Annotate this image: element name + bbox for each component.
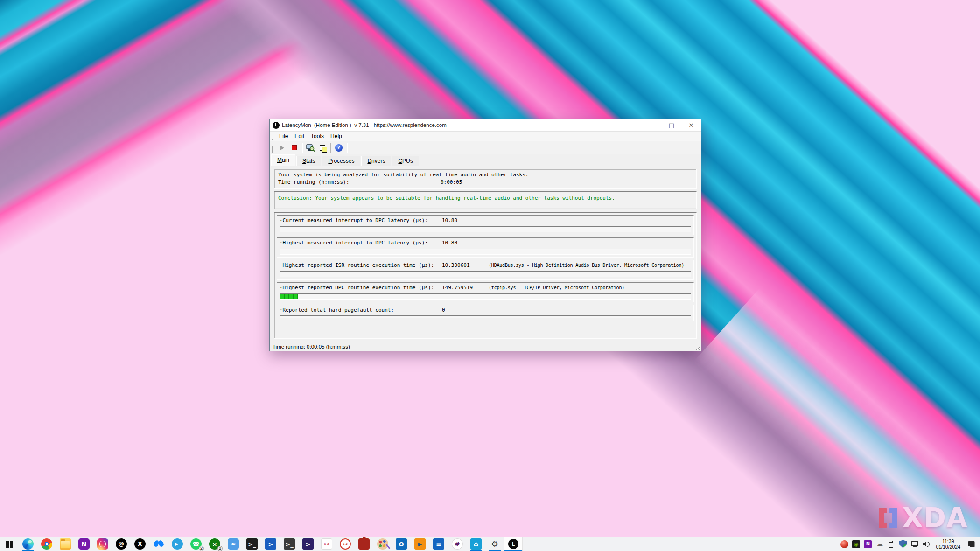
- tab-main[interactable]: Main: [271, 154, 295, 166]
- xda-watermark: XDA: [879, 504, 968, 531]
- nvidia-icon: ◉: [852, 540, 860, 548]
- latency-progress-bar: [280, 226, 691, 232]
- volume-button[interactable]: [920, 537, 932, 551]
- onedrive-icon: ☁: [875, 540, 883, 548]
- title-bar[interactable]: L LatencyMon (Home Edition ) v 7.31 - ht…: [270, 119, 701, 131]
- measurement-label: ·Current measured interrupt to DPC laten…: [280, 217, 428, 223]
- clock-time: 11:39: [942, 538, 954, 544]
- edge-button[interactable]: [19, 537, 37, 551]
- explorer-button[interactable]: [56, 537, 75, 551]
- settingsapp-button[interactable]: ⚙: [485, 537, 504, 551]
- usb-button[interactable]: [885, 537, 897, 551]
- measurement-label: ·Highest reported DPC routine execution …: [280, 285, 434, 291]
- whatsapp-icon: ☎ 2: [190, 538, 202, 550]
- cmd2-button[interactable]: >_: [280, 537, 299, 551]
- menu-file[interactable]: File: [276, 132, 291, 140]
- instagram-button[interactable]: [93, 537, 112, 551]
- threads-icon: @: [116, 538, 127, 550]
- telegram-icon: ▶: [172, 538, 183, 550]
- maximize-button[interactable]: □: [662, 119, 681, 131]
- measurement-highest-dpc-time: ·Highest reported DPC routine execution …: [277, 282, 694, 302]
- time-running-value: 0:00:05: [441, 179, 462, 186]
- pagefault-progress-bar: [280, 315, 691, 318]
- stop-monitor-button[interactable]: [288, 142, 300, 153]
- toolbar-separator: [302, 143, 302, 153]
- toolbar-separator: [347, 143, 347, 153]
- latency-progress-bar: [280, 271, 691, 277]
- telegram-button[interactable]: ▶: [168, 537, 187, 551]
- start-monitor-button[interactable]: [276, 142, 288, 153]
- start-button[interactable]: [0, 537, 19, 551]
- play-icon: [280, 145, 284, 151]
- homeassistant-button[interactable]: ⌂: [467, 537, 485, 551]
- windows-start-icon: [4, 538, 15, 550]
- menu-help[interactable]: Help: [327, 132, 345, 140]
- slack-button[interactable]: #: [448, 537, 467, 551]
- help-button[interactable]: ?: [333, 142, 345, 153]
- xbox-button[interactable]: × 2: [205, 537, 224, 551]
- measurement-label: ·Reported total hard pagefault count:: [280, 307, 394, 313]
- tab-stats[interactable]: Stats: [296, 156, 321, 166]
- rebar-grip: [272, 143, 274, 153]
- conclusion-text: Conclusion: Your system appears to be su…: [278, 195, 693, 202]
- tab-drivers[interactable]: Drivers: [361, 156, 391, 166]
- xbox-icon: × 2: [209, 538, 220, 550]
- action-center-button[interactable]: [964, 541, 978, 547]
- redorb-button[interactable]: [839, 537, 850, 551]
- network-button[interactable]: [909, 537, 920, 551]
- latencymon-button[interactable]: L: [504, 537, 523, 551]
- minimize-button[interactable]: –: [642, 119, 662, 131]
- puzzle-button[interactable]: [355, 537, 373, 551]
- blueapp-button[interactable]: ≈: [224, 537, 243, 551]
- clock-date: 01/10/2024: [936, 544, 960, 550]
- bluesky-icon: [153, 538, 164, 550]
- close-button[interactable]: ✕: [681, 119, 701, 131]
- outlook-button[interactable]: O: [392, 537, 411, 551]
- taskbar-clock[interactable]: 11:39 01/10/2024: [932, 538, 964, 550]
- media-button[interactable]: ▶: [411, 537, 429, 551]
- snip2-button[interactable]: ✂: [336, 537, 355, 551]
- xda-bracket-left-icon: [879, 508, 887, 528]
- analyze-button[interactable]: [304, 142, 316, 153]
- analysis-status-panel: Your system is being analyzed for suitab…: [274, 169, 697, 189]
- onenotetray-button[interactable]: N: [862, 537, 874, 551]
- latencymon-icon: L: [508, 539, 518, 549]
- threads-button[interactable]: @: [112, 537, 131, 551]
- measurement-highest-interrupt-latency: ·Highest measured interrupt to DPC laten…: [277, 237, 694, 258]
- measurement-current-interrupt-latency: ·Current measured interrupt to DPC laten…: [277, 215, 694, 235]
- security-button[interactable]: [897, 537, 909, 551]
- cmd-button[interactable]: >_: [243, 537, 261, 551]
- explorer-icon: [60, 538, 71, 550]
- palette-button[interactable]: [373, 537, 392, 551]
- menu-tools[interactable]: Tools: [308, 132, 327, 140]
- analysis-status-text: Your system is being analyzed for suitab…: [278, 171, 693, 179]
- powershell7-icon: >: [302, 538, 314, 550]
- resize-grip[interactable]: [694, 344, 700, 350]
- snip1-button[interactable]: ✂: [317, 537, 336, 551]
- report-windows-button[interactable]: [316, 142, 329, 153]
- nvidia-button[interactable]: ◉: [850, 537, 862, 551]
- powershell-button[interactable]: >: [261, 537, 280, 551]
- menu-edit[interactable]: Edit: [291, 132, 308, 140]
- whatsapp-button[interactable]: ☎ 2: [187, 537, 205, 551]
- onenotetray-icon: N: [864, 540, 872, 548]
- tab-processes[interactable]: Processes: [322, 156, 360, 166]
- stop-icon: [292, 145, 297, 150]
- x-button[interactable]: X: [131, 537, 149, 551]
- tab-cpus[interactable]: CPUs: [392, 156, 419, 166]
- measurement-driver-detail: (HDAudBus.sys - High Definition Audio Bu…: [489, 262, 684, 269]
- rebar-grip: [272, 133, 274, 140]
- measurement-value: 10.80: [442, 239, 457, 247]
- homeassistant-icon: ⌂: [470, 538, 482, 550]
- measurement-highest-isr-time: ·Highest reported ISR routine execution …: [277, 260, 694, 280]
- bluesky-button[interactable]: [149, 537, 168, 551]
- toolbar-separator: [330, 143, 331, 153]
- palette-icon: [377, 538, 388, 550]
- chrome-button[interactable]: [37, 537, 56, 551]
- powershell7-button[interactable]: >: [299, 537, 317, 551]
- edge-icon: [22, 538, 34, 550]
- volume-icon: [922, 540, 930, 548]
- docs-button[interactable]: ≡: [429, 537, 448, 551]
- onenote-button[interactable]: N: [75, 537, 93, 551]
- onedrive-button[interactable]: ☁: [874, 537, 885, 551]
